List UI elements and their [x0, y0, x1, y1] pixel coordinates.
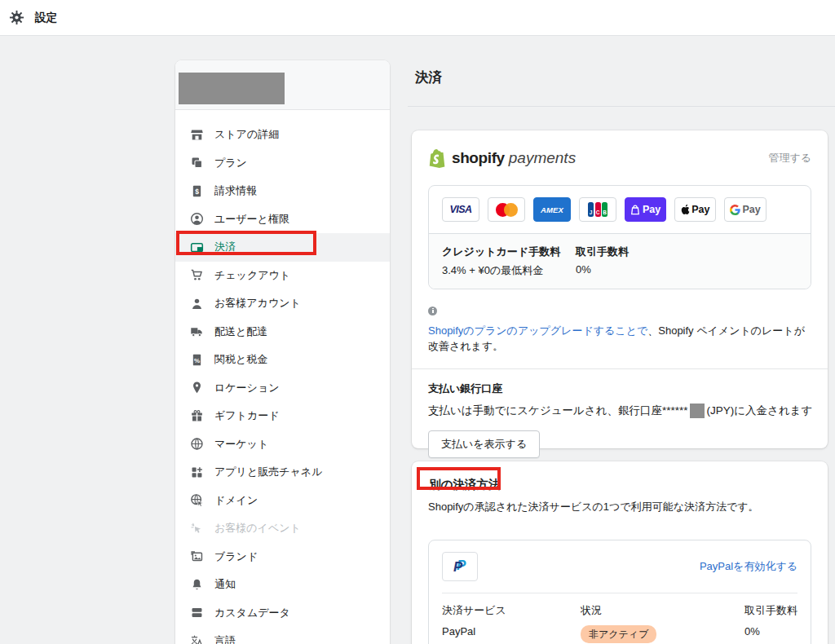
sidebar-item-label: プラン — [214, 156, 247, 170]
payments-icon — [190, 240, 204, 254]
info-icon — [428, 307, 437, 315]
sidebar-item-label: 請求情報 — [214, 183, 257, 198]
sidebar-store-header — [175, 60, 390, 110]
redacted-store-name — [179, 73, 285, 104]
shopify-payments-card: shopifypayments 管理する VISA AMEX JCB Pay P… — [412, 130, 828, 448]
person-icon — [190, 297, 204, 311]
status-badge: 非アクティブ — [581, 625, 656, 643]
shopify-wordmark: shopify — [452, 149, 505, 166]
shopify-payments-logo: shopifypayments — [428, 148, 576, 169]
sidebar-item-label: ストアの詳細 — [214, 127, 279, 142]
sidebar-item-notifications[interactable]: 通知 — [175, 571, 390, 599]
gift-icon — [190, 409, 204, 423]
activate-paypal-link[interactable]: PayPalを有効化する — [700, 559, 797, 574]
fees-section: クレジットカード手数料 3.4% + ¥0の最低料金 取引手数料 0% — [429, 233, 811, 289]
settings-sidebar: ストアの詳細 プラン $ 請求情報 ユーザーと権限 決済 チェックアウト お客様… — [175, 60, 390, 644]
pin-icon — [190, 381, 204, 395]
sidebar-item-label: 言語 — [214, 633, 236, 644]
title-divider — [408, 106, 835, 107]
sidebar-item-gift-cards[interactable]: ギフトカード — [175, 402, 390, 430]
sidebar-item-label: マーケット — [214, 437, 268, 452]
bell-icon — [190, 578, 204, 592]
bank-account-title: 支払い銀行口座 — [428, 382, 811, 396]
sidebar-item-label: ロケーション — [214, 381, 280, 395]
sidebar-item-label: チェックアウト — [214, 268, 290, 283]
image-icon — [190, 549, 204, 563]
credit-fee-label: クレジットカード手数料 — [442, 245, 576, 259]
sidebar-item-languages[interactable]: 言語 — [175, 627, 390, 644]
sidebar-item-taxes-duties[interactable]: % 関税と税金 — [175, 346, 390, 374]
sidebar-item-label: ユーザーと権限 — [214, 212, 289, 227]
sidebar-item-locations[interactable]: ロケーション — [175, 374, 390, 403]
view-payouts-button[interactable]: 支払いを表示する — [428, 430, 540, 458]
sidebar-item-shipping-delivery[interactable]: 配送と配達 — [175, 318, 390, 346]
provider-value: PayPal — [442, 625, 581, 637]
translate-icon — [190, 634, 204, 644]
plan-icon — [190, 156, 204, 170]
truck-icon — [190, 324, 204, 338]
domain-globe-icon — [190, 493, 204, 507]
sidebar-item-payments[interactable]: 決済 — [175, 233, 390, 262]
sidebar-item-checkout[interactable]: チェックアウト — [175, 262, 390, 290]
billing-icon: $ — [190, 184, 204, 198]
sidebar-item-label: アプリと販売チャネル — [214, 465, 322, 479]
sidebar-item-users-permissions[interactable]: ユーザーと権限 — [175, 205, 390, 234]
cursor-sparks-icon — [190, 522, 204, 536]
sidebar-item-brand[interactable]: ブランド — [175, 543, 390, 571]
bank-desc-pre: 支払いは手動でにスケジュールされ、銀行口座****** — [428, 404, 688, 418]
manage-link[interactable]: 管理する — [768, 151, 811, 165]
page-title: 決済 — [415, 68, 442, 86]
sidebar-item-label: 配送と配達 — [214, 324, 267, 339]
paypal-icon: PP — [442, 552, 478, 581]
sidebar-item-markets[interactable]: マーケット — [175, 430, 390, 459]
sidebar-item-label: 決済 — [214, 240, 236, 254]
upgrade-plan-link[interactable]: Shopifyのプランのアップグレードすることで — [428, 324, 647, 337]
shopify-bag-icon — [428, 148, 446, 169]
payment-methods-box: VISA AMEX JCB Pay Pay Pay クレジットカード手数料 3 — [428, 185, 811, 289]
globe-icon — [190, 437, 204, 451]
paypal-provider-box: PP PayPalを有効化する 決済サービス PayPal 状況 非アクティブ … — [428, 540, 811, 644]
sidebar-item-label: お客様のイベント — [214, 521, 301, 536]
sidebar-item-plan[interactable]: プラン — [175, 149, 390, 178]
apple-pay-icon: Pay — [674, 197, 715, 222]
txn-fee-label: 取引手数料 — [576, 245, 629, 259]
credit-fee-value: 3.4% + ¥0の最低料金 — [442, 263, 576, 278]
sidebar-item-label: カスタムデータ — [214, 606, 290, 620]
svg-text:$: $ — [195, 187, 199, 195]
sidebar-item-apps-sales-channels[interactable]: アプリと販売チャネル — [175, 458, 390, 487]
redacted-account-number — [690, 404, 705, 418]
sidebar-item-billing[interactable]: $ 請求情報 — [175, 177, 390, 205]
alternative-methods-card: 別の決済方法 Shopifyの承認された決済サービスの1つで利用可能な決済方法で… — [412, 461, 828, 644]
percent-icon: % — [190, 353, 204, 367]
settings-topbar: 設定 — [0, 0, 835, 36]
settings-menu: ストアの詳細 プラン $ 請求情報 ユーザーと権限 決済 チェックアウト お客様… — [175, 110, 390, 644]
gear-icon — [9, 10, 24, 25]
sidebar-item-store-details[interactable]: ストアの詳細 — [175, 121, 390, 149]
status-label: 状況 — [581, 603, 744, 618]
apps-icon — [190, 465, 204, 479]
shop-pay-icon: Pay — [625, 197, 666, 222]
amex-icon: AMEX — [533, 197, 571, 222]
paypal-fee-label: 取引手数料 — [744, 603, 797, 618]
cart-icon — [190, 268, 204, 282]
store-icon — [190, 128, 204, 142]
paypal-box-divider — [442, 593, 797, 593]
sidebar-item-label: ドメイン — [214, 493, 258, 508]
data-rows-icon — [190, 606, 204, 620]
sidebar-item-customer-events[interactable]: お客様のイベント — [175, 514, 390, 543]
sidebar-item-label: ギフトカード — [214, 408, 280, 423]
users-icon — [190, 212, 204, 226]
google-pay-icon: Pay — [724, 197, 767, 222]
sidebar-item-custom-data[interactable]: カスタムデータ — [175, 599, 390, 628]
sidebar-item-customer-accounts[interactable]: お客様アカウント — [175, 289, 390, 318]
sidebar-item-label: お客様アカウント — [214, 296, 301, 311]
txn-fee-value: 0% — [576, 263, 629, 276]
page-header-title: 設定 — [35, 11, 57, 25]
sidebar-item-domains[interactable]: ドメイン — [175, 487, 390, 515]
svg-text:%: % — [194, 356, 200, 364]
payments-wordmark: payments — [509, 149, 576, 166]
alt-methods-title: 別の決済方法 — [429, 477, 811, 492]
sidebar-item-label: 通知 — [214, 577, 236, 592]
sidebar-item-label: ブランド — [214, 549, 258, 564]
paypal-fee-value: 0% — [744, 625, 797, 637]
